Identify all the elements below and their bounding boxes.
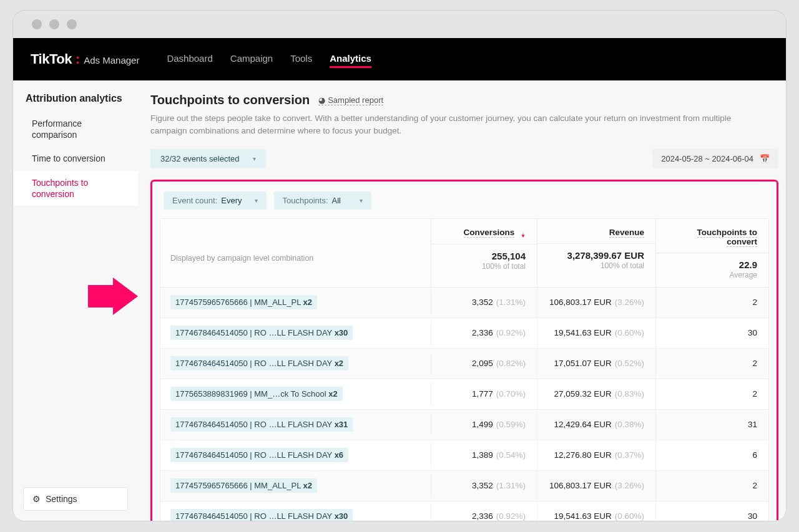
nav-links: DashboardCampaignToolsAnalytics <box>167 51 371 68</box>
title-bar <box>13 11 786 38</box>
cell-touchpoints: 30 <box>656 328 768 337</box>
cell-conversions: 1,499(0.59%) <box>431 410 537 440</box>
campaign-tag: 1774575965765666 | MM_ALL_PL x2 <box>170 478 317 493</box>
page-header: Touchpoints to conversion ◕ Sampled repo… <box>150 93 778 107</box>
brand-colon: : <box>76 51 80 67</box>
top-nav: TikTok: Ads Manager DashboardCampaignToo… <box>13 38 786 80</box>
settings-button[interactable]: ⚙ Settings <box>23 487 128 511</box>
page-title: Touchpoints to conversion <box>150 93 310 107</box>
brand-sub: Ads Manager <box>84 55 139 65</box>
page-description: Figure out the steps people take to conv… <box>150 112 750 138</box>
nav-link-dashboard[interactable]: Dashboard <box>167 51 212 68</box>
campaign-tag: 1774678464514050 | RO …LL FLASH DAY x30 <box>170 509 353 521</box>
table-row[interactable]: 1774575965765666 | MM_ALL_PL x23,352(1.3… <box>160 471 768 501</box>
cell-revenue: 106,803.17 EUR(3.26%) <box>537 471 656 501</box>
touchpoints-dropdown[interactable]: Touchpoints: All ▾ <box>274 191 371 210</box>
clock-icon: ◕ <box>318 95 325 105</box>
table-row[interactable]: 1774678464514050 | RO …LL FLASH DAY x302… <box>160 501 768 521</box>
cell-revenue: 12,276.80 EUR(0.37%) <box>537 440 656 470</box>
brand-name: TikTok <box>31 51 72 67</box>
campaign-tag: 1774678464514050 | RO …LL FLASH DAY x6 <box>170 448 348 462</box>
cell-touchpoints: 2 <box>656 389 768 399</box>
nav-link-tools[interactable]: Tools <box>290 51 312 68</box>
col-header-conversions[interactable]: Conversions ▲▼ <box>431 219 537 244</box>
table-left-header: Displayed by campaign level combination <box>160 219 431 287</box>
cell-conversions: 3,352(1.31%) <box>431 471 537 501</box>
svg-marker-0 <box>88 278 138 315</box>
cell-touchpoints: 6 <box>656 450 768 460</box>
campaign-tag: 1775653889831969 | MM_…ck To School x2 <box>170 387 343 401</box>
cell-conversions: 3,352(1.31%) <box>431 288 537 317</box>
touchpoints-avg: 22.9 <box>667 259 757 270</box>
gear-icon: ⚙ <box>32 494 41 504</box>
cell-revenue: 27,059.32 EUR(0.83%) <box>537 379 656 409</box>
table-row[interactable]: 1774575965765666 | MM_ALL_PL x23,352(1.3… <box>160 288 768 318</box>
cell-conversions: 2,336(0.92%) <box>431 501 537 521</box>
conversions-total: 255,104 <box>443 251 526 261</box>
window-dot <box>67 19 77 29</box>
sidebar-title: Attribution analytics <box>13 93 138 112</box>
window-frame: TikTok: Ads Manager DashboardCampaignToo… <box>12 10 787 521</box>
table-row[interactable]: 1775653889831969 | MM_…ck To School x21,… <box>160 379 768 410</box>
sub-filter-row: Event count: Every ▾ Touchpoints: All ▾ <box>160 191 769 218</box>
campaign-tag: 1774678464514050 | RO …LL FLASH DAY x30 <box>170 326 353 340</box>
cell-revenue: 19,541.63 EUR(0.60%) <box>537 501 656 521</box>
cell-revenue: 12,429.64 EUR(0.38%) <box>537 410 656 440</box>
cell-revenue: 106,803.17 EUR(3.26%) <box>537 288 656 317</box>
sidebar-item[interactable]: Time to conversion <box>13 147 138 170</box>
campaign-tag: 1774678464514050 | RO …LL FLASH DAY x31 <box>170 417 353 432</box>
brand: TikTok: Ads Manager <box>31 51 139 67</box>
table-row[interactable]: 1774678464514050 | RO …LL FLASH DAY x302… <box>160 318 768 349</box>
cell-touchpoints: 30 <box>656 511 768 521</box>
campaign-tag: 1774678464514050 | RO …LL FLASH DAY x2 <box>170 356 348 370</box>
calendar-icon: 📅 <box>760 154 770 163</box>
filter-row: 32/32 events selected ▾ 2024-05-28 ~ 202… <box>150 149 778 168</box>
table-head: Displayed by campaign level combination … <box>160 219 768 288</box>
cell-revenue: 19,541.63 EUR(0.60%) <box>537 318 656 348</box>
sampled-report-link[interactable]: ◕ Sampled report <box>318 95 383 105</box>
table-body: 1774575965765666 | MM_ALL_PL x23,352(1.3… <box>160 288 768 521</box>
cell-conversions: 1,389(0.54%) <box>431 440 537 470</box>
nav-link-campaign[interactable]: Campaign <box>230 51 273 68</box>
table-row[interactable]: 1774678464514050 | RO …LL FLASH DAY x61,… <box>160 440 768 471</box>
date-range-picker[interactable]: 2024-05-28 ~ 2024-06-04 📅 <box>652 149 778 168</box>
cell-touchpoints: 2 <box>656 481 768 490</box>
sort-icon: ▲▼ <box>521 233 526 238</box>
window-dot <box>32 19 42 29</box>
callout-arrow <box>88 278 138 315</box>
table-row[interactable]: 1774678464514050 | RO …LL FLASH DAY x22,… <box>160 349 768 379</box>
window-dot <box>49 19 59 29</box>
event-count-dropdown[interactable]: Event count: Every ▾ <box>164 191 267 210</box>
cell-touchpoints: 2 <box>656 359 768 368</box>
sidebar-item[interactable]: Performance comparison <box>13 112 138 147</box>
table-row[interactable]: 1774678464514050 | RO …LL FLASH DAY x311… <box>160 410 768 440</box>
cell-touchpoints: 31 <box>656 420 768 429</box>
cell-conversions: 1,777(0.70%) <box>431 379 537 409</box>
events-selector[interactable]: 32/32 events selected ▾ <box>150 149 266 168</box>
sidebar-item[interactable]: Touchpoints to conversion <box>13 171 138 206</box>
settings-label: Settings <box>46 494 77 504</box>
cell-conversions: 2,095(0.82%) <box>431 349 537 379</box>
cell-conversions: 2,336(0.92%) <box>431 318 537 348</box>
campaign-tag: 1774575965765666 | MM_ALL_PL x2 <box>170 295 317 309</box>
highlight-box: Event count: Every ▾ Touchpoints: All ▾ … <box>150 180 778 521</box>
chevron-down-icon: ▾ <box>360 197 363 204</box>
cell-revenue: 17,051.07 EUR(0.52%) <box>537 349 656 379</box>
revenue-total: 3,278,399.67 EUR <box>549 250 644 261</box>
main: Touchpoints to conversion ◕ Sampled repo… <box>138 80 786 521</box>
nav-link-analytics[interactable]: Analytics <box>330 51 371 68</box>
col-header-touchpoints[interactable]: Touchpoints to convert <box>656 219 768 253</box>
cell-touchpoints: 2 <box>656 297 768 307</box>
data-table: Displayed by campaign level combination … <box>160 218 769 521</box>
chevron-down-icon: ▾ <box>253 155 256 162</box>
chevron-down-icon: ▾ <box>255 197 258 204</box>
col-header-revenue[interactable]: Revenue <box>537 219 655 244</box>
